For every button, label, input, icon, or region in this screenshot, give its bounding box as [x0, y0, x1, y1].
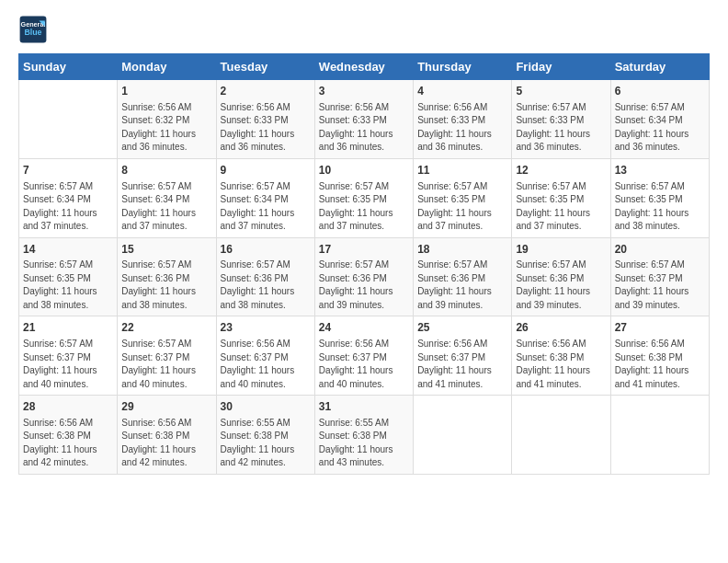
calendar-cell: 31Sunrise: 6:55 AM Sunset: 6:38 PM Dayli… [314, 396, 413, 475]
day-number: 11 [417, 163, 507, 178]
column-header-saturday: Saturday [610, 54, 709, 80]
calendar-cell: 2Sunrise: 6:56 AM Sunset: 6:33 PM Daylig… [216, 80, 314, 159]
cell-content: Sunrise: 6:56 AM Sunset: 6:38 PM Dayligh… [121, 417, 211, 470]
calendar-table: SundayMondayTuesdayWednesdayThursdayFrid… [18, 53, 710, 475]
day-number: 13 [615, 163, 705, 178]
day-number: 2 [221, 84, 311, 99]
calendar-cell: 23Sunrise: 6:56 AM Sunset: 6:37 PM Dayli… [216, 316, 314, 396]
cell-content: Sunrise: 6:55 AM Sunset: 6:38 PM Dayligh… [319, 417, 409, 470]
day-number: 7 [23, 163, 113, 178]
calendar-cell: 21Sunrise: 6:57 AM Sunset: 6:37 PM Dayli… [19, 316, 118, 396]
cell-content: Sunrise: 6:56 AM Sunset: 6:37 PM Dayligh… [221, 338, 311, 391]
day-number: 20 [615, 242, 705, 258]
calendar-cell: 20Sunrise: 6:57 AM Sunset: 6:37 PM Dayli… [610, 237, 709, 316]
day-number: 12 [516, 163, 606, 178]
svg-text:Blue: Blue [24, 28, 41, 37]
calendar-cell: 5Sunrise: 6:57 AM Sunset: 6:33 PM Daylig… [512, 80, 610, 159]
day-number: 27 [615, 320, 705, 336]
column-header-wednesday: Wednesday [314, 54, 413, 80]
page: General Blue SundayMondayTuesdayWednesda… [0, 0, 728, 484]
calendar-cell: 18Sunrise: 6:57 AM Sunset: 6:36 PM Dayli… [414, 237, 512, 316]
calendar-cell: 7Sunrise: 6:57 AM Sunset: 6:34 PM Daylig… [19, 158, 118, 237]
week-row-5: 28Sunrise: 6:56 AM Sunset: 6:38 PM Dayli… [19, 396, 710, 475]
calendar-cell: 29Sunrise: 6:56 AM Sunset: 6:38 PM Dayli… [118, 396, 216, 475]
column-header-tuesday: Tuesday [216, 54, 314, 80]
cell-content: Sunrise: 6:57 AM Sunset: 6:34 PM Dayligh… [221, 180, 311, 234]
column-header-monday: Monday [118, 54, 216, 80]
day-number: 16 [221, 242, 311, 258]
day-number: 4 [417, 84, 507, 99]
calendar-cell: 15Sunrise: 6:57 AM Sunset: 6:36 PM Dayli… [118, 237, 216, 316]
day-number: 26 [516, 320, 606, 336]
header-row: SundayMondayTuesdayWednesdayThursdayFrid… [19, 54, 710, 80]
logo: General Blue [18, 15, 48, 44]
calendar-cell: 14Sunrise: 6:57 AM Sunset: 6:35 PM Dayli… [19, 237, 118, 316]
calendar-cell [414, 396, 512, 475]
cell-content: Sunrise: 6:56 AM Sunset: 6:33 PM Dayligh… [417, 101, 507, 155]
cell-content: Sunrise: 6:57 AM Sunset: 6:33 PM Dayligh… [516, 101, 606, 155]
calendar-cell: 10Sunrise: 6:57 AM Sunset: 6:35 PM Dayli… [314, 158, 413, 237]
cell-content: Sunrise: 6:56 AM Sunset: 6:37 PM Dayligh… [319, 338, 409, 391]
day-number: 9 [221, 163, 311, 178]
day-number: 5 [516, 84, 606, 99]
cell-content: Sunrise: 6:55 AM Sunset: 6:38 PM Dayligh… [221, 417, 311, 470]
day-number: 29 [121, 399, 211, 415]
cell-content: Sunrise: 6:57 AM Sunset: 6:34 PM Dayligh… [121, 180, 211, 234]
week-row-2: 7Sunrise: 6:57 AM Sunset: 6:34 PM Daylig… [19, 158, 710, 237]
day-number: 25 [417, 320, 507, 336]
day-number: 24 [319, 320, 409, 336]
calendar-cell [19, 80, 118, 159]
cell-content: Sunrise: 6:57 AM Sunset: 6:36 PM Dayligh… [121, 259, 211, 312]
calendar-cell: 22Sunrise: 6:57 AM Sunset: 6:37 PM Dayli… [118, 316, 216, 396]
cell-content: Sunrise: 6:56 AM Sunset: 6:37 PM Dayligh… [417, 338, 507, 391]
cell-content: Sunrise: 6:57 AM Sunset: 6:36 PM Dayligh… [516, 259, 606, 312]
cell-content: Sunrise: 6:57 AM Sunset: 6:35 PM Dayligh… [417, 180, 507, 234]
day-number: 3 [319, 84, 409, 99]
calendar-cell: 17Sunrise: 6:57 AM Sunset: 6:36 PM Dayli… [314, 237, 413, 316]
calendar-cell: 3Sunrise: 6:56 AM Sunset: 6:33 PM Daylig… [314, 80, 413, 159]
day-number: 28 [23, 399, 113, 415]
calendar-cell: 27Sunrise: 6:56 AM Sunset: 6:38 PM Dayli… [610, 316, 709, 396]
cell-content: Sunrise: 6:56 AM Sunset: 6:38 PM Dayligh… [516, 338, 606, 391]
day-number: 23 [221, 320, 311, 336]
column-header-friday: Friday [512, 54, 610, 80]
calendar-cell: 16Sunrise: 6:57 AM Sunset: 6:36 PM Dayli… [216, 237, 314, 316]
cell-content: Sunrise: 6:57 AM Sunset: 6:35 PM Dayligh… [516, 180, 606, 234]
cell-content: Sunrise: 6:57 AM Sunset: 6:37 PM Dayligh… [615, 259, 705, 312]
calendar-cell [512, 396, 610, 475]
day-number: 21 [23, 320, 113, 336]
week-row-3: 14Sunrise: 6:57 AM Sunset: 6:35 PM Dayli… [19, 237, 710, 316]
header: General Blue [18, 15, 710, 44]
day-number: 17 [319, 242, 409, 258]
week-row-4: 21Sunrise: 6:57 AM Sunset: 6:37 PM Dayli… [19, 316, 710, 396]
cell-content: Sunrise: 6:57 AM Sunset: 6:35 PM Dayligh… [615, 180, 705, 234]
day-number: 30 [221, 399, 311, 415]
calendar-cell: 9Sunrise: 6:57 AM Sunset: 6:34 PM Daylig… [216, 158, 314, 237]
day-number: 1 [121, 84, 211, 99]
calendar-cell: 19Sunrise: 6:57 AM Sunset: 6:36 PM Dayli… [512, 237, 610, 316]
day-number: 18 [417, 242, 507, 258]
column-header-thursday: Thursday [414, 54, 512, 80]
cell-content: Sunrise: 6:57 AM Sunset: 6:35 PM Dayligh… [319, 180, 409, 234]
calendar-cell: 12Sunrise: 6:57 AM Sunset: 6:35 PM Dayli… [512, 158, 610, 237]
calendar-cell: 30Sunrise: 6:55 AM Sunset: 6:38 PM Dayli… [216, 396, 314, 475]
cell-content: Sunrise: 6:57 AM Sunset: 6:36 PM Dayligh… [221, 259, 311, 312]
calendar-cell: 13Sunrise: 6:57 AM Sunset: 6:35 PM Dayli… [610, 158, 709, 237]
cell-content: Sunrise: 6:57 AM Sunset: 6:35 PM Dayligh… [23, 259, 113, 312]
calendar-cell: 4Sunrise: 6:56 AM Sunset: 6:33 PM Daylig… [414, 80, 512, 159]
calendar-cell [610, 396, 709, 475]
cell-content: Sunrise: 6:57 AM Sunset: 6:36 PM Dayligh… [319, 259, 409, 312]
cell-content: Sunrise: 6:57 AM Sunset: 6:34 PM Dayligh… [615, 101, 705, 155]
cell-content: Sunrise: 6:57 AM Sunset: 6:37 PM Dayligh… [121, 338, 211, 391]
cell-content: Sunrise: 6:56 AM Sunset: 6:32 PM Dayligh… [121, 101, 211, 155]
calendar-cell: 25Sunrise: 6:56 AM Sunset: 6:37 PM Dayli… [414, 316, 512, 396]
day-number: 14 [23, 242, 113, 258]
cell-content: Sunrise: 6:56 AM Sunset: 6:38 PM Dayligh… [23, 417, 113, 470]
cell-content: Sunrise: 6:57 AM Sunset: 6:36 PM Dayligh… [417, 259, 507, 312]
day-number: 22 [121, 320, 211, 336]
day-number: 10 [319, 163, 409, 178]
calendar-cell: 8Sunrise: 6:57 AM Sunset: 6:34 PM Daylig… [118, 158, 216, 237]
week-row-1: 1Sunrise: 6:56 AM Sunset: 6:32 PM Daylig… [19, 80, 710, 159]
day-number: 19 [516, 242, 606, 258]
calendar-cell: 6Sunrise: 6:57 AM Sunset: 6:34 PM Daylig… [610, 80, 709, 159]
